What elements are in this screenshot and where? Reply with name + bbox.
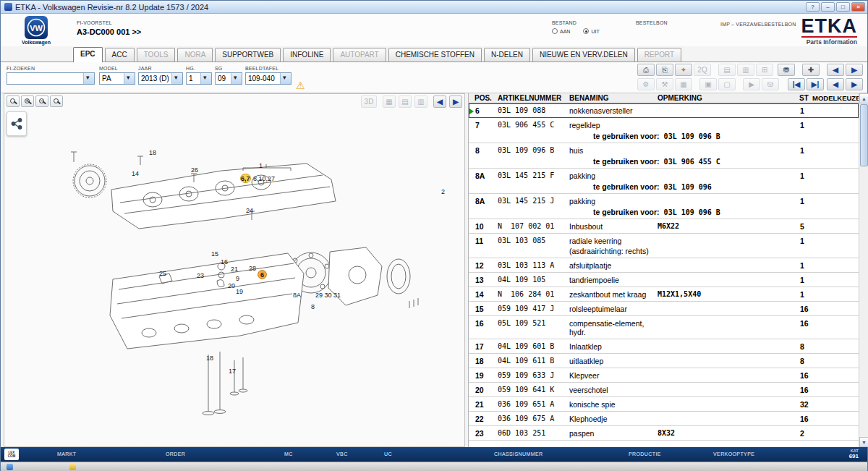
tab-nieuwe-en-verv-delen[interactable]: NIEUWE EN VERV.DELEN [532, 48, 635, 61]
st-cell: 1 [798, 121, 811, 130]
artikelnummer-cell: 06D 103 251 [496, 429, 568, 438]
column-header-opmerking: OPMERKING [656, 93, 798, 103]
beeldtafel-combobox[interactable]: 109-040 [245, 72, 292, 85]
table-row[interactable]: 1304L 109 105tandriempoelie1 [469, 273, 859, 287]
title-bar[interactable]: ETKA - Volkswagen Revisie-nr 8.2 Update … [1, 1, 867, 14]
collapse-left-icon[interactable]: ◀ [433, 96, 446, 108]
diagram-callout-6-7[interactable]: 6,7 [240, 174, 251, 183]
pin-icon[interactable]: ✚ [802, 64, 820, 76]
nav-first-icon[interactable]: |◀ [788, 78, 805, 90]
etka-flyer-icon[interactable]: ✦ [675, 64, 692, 76]
tab-supportweb[interactable]: SUPPORTWEB [215, 48, 281, 61]
table-scrollbar[interactable]: ▲ ▼ [859, 93, 868, 447]
sg-combobox[interactable]: 09 [215, 72, 242, 85]
print-preview-icon[interactable]: ⎘ [656, 64, 673, 76]
table-row[interactable]: 1804L 109 611 Buitlaatklep8 [469, 354, 859, 368]
print-icon[interactable]: ⎙ [637, 64, 655, 76]
model-combobox[interactable]: PA [99, 72, 135, 85]
radio-off-icon [552, 28, 558, 34]
etka-logo-subtext: Parts Information [801, 38, 858, 46]
zoom-out-icon[interactable]: − [35, 96, 48, 107]
minimize-button[interactable]: – [821, 2, 835, 12]
table-row[interactable]: 1704L 109 601 BInlaatklep8 [469, 339, 859, 354]
view-3d-button[interactable]: 3D [361, 96, 377, 108]
tab-nora: NORA [177, 48, 213, 61]
modelkeuze-cell [811, 222, 859, 231]
table-row[interactable]: 703L 906 455 Cregelklep1te gebruiken voo… [469, 118, 859, 143]
nav-last-icon[interactable]: ▶| [807, 78, 824, 90]
table-row[interactable]: 1203L 103 113 Aafsluitplaatje1 [469, 258, 859, 273]
scrollbar-thumb[interactable] [860, 104, 868, 166]
chevron-down-icon[interactable] [83, 73, 94, 84]
cart-small-icon: ⛁ [762, 78, 779, 90]
table-row[interactable]: 803L 109 096 Bhuis1te gebruiken voor:03L… [469, 143, 859, 169]
zoom-fit-icon[interactable] [50, 96, 63, 107]
close-button[interactable]: × [851, 2, 865, 12]
opmerking-cell [656, 305, 798, 313]
chevron-down-icon[interactable] [171, 73, 182, 84]
page-back-icon[interactable]: ◀ [827, 64, 844, 76]
table-row[interactable]: 603L 109 088nokkenasversteller1 [469, 103, 859, 118]
table-row[interactable]: 1103L 103 085radiale keerring1(asdraairi… [469, 234, 859, 258]
table-row[interactable]: 21036 109 651 Akonische spie32 [469, 397, 859, 412]
chevron-down-icon[interactable] [231, 73, 242, 84]
table-row[interactable]: 15059 109 417 Jrolsleeptuimelaar16 [469, 302, 859, 316]
tab-n-delen[interactable]: N-DELEN [484, 48, 530, 61]
table-row[interactable]: 8A03L 145 215 Fpakking1te gebruiken voor… [469, 169, 859, 194]
header: VW Volkswagen FI-VOORSTEL A3-DC000 001 >… [1, 14, 867, 46]
jaar-combobox[interactable]: 2013 (D) [138, 72, 183, 85]
page-forward-icon[interactable]: ▶ [846, 64, 863, 76]
hg-combobox[interactable]: 1 [186, 72, 212, 85]
fi-voorstel-value[interactable]: A3-DC000 001 >> [77, 27, 141, 36]
tab-autopart: AUTOPART [333, 48, 386, 61]
table-row[interactable]: 19059 109 633 JKlepveer16 [469, 368, 859, 383]
st-cell: 1 [798, 276, 811, 284]
diagram-callout-6[interactable]: 6 [258, 270, 267, 279]
scroll-down-icon[interactable]: ▼ [859, 437, 868, 447]
table-row[interactable]: 20059 109 641 Kveerschotel16 [469, 383, 859, 397]
tab-epc[interactable]: EPC [73, 47, 103, 62]
taskbar-icon[interactable] [69, 464, 76, 470]
bestand-uit-radio[interactable]: UIT [583, 28, 599, 34]
usage-note-value: 03L 109 096 B [664, 132, 720, 140]
taskbar-icon[interactable] [7, 464, 13, 470]
bestelbon-label: BESTELBON [636, 20, 668, 25]
zoom-toolbar: +− [7, 96, 63, 107]
chevron-down-icon[interactable] [124, 73, 135, 84]
tab-report: REPORT [637, 48, 682, 61]
layers-icon: ▥ [414, 96, 427, 108]
cart-icon[interactable]: ⛃ [778, 64, 795, 76]
table-row[interactable]: 2306D 103 251paspen8X322 [469, 426, 859, 441]
artikelnummer-cell: 03L 109 088 [496, 106, 568, 115]
modelkeuze-cell [811, 106, 859, 115]
share-button[interactable] [7, 111, 27, 136]
tools-icon: ⚒ [656, 78, 673, 90]
table-row[interactable]: 14N 106 284 01zeskantbout met kraagM12X1… [469, 287, 859, 302]
help-button[interactable]: ? [806, 2, 820, 12]
pos-cell: 17 [469, 342, 496, 351]
pos-cell: 19 [469, 371, 496, 380]
artikelnummer-cell: 05L 109 521 [496, 319, 568, 336]
chevron-down-icon[interactable] [200, 73, 211, 84]
bestand-aan-radio[interactable]: AAN [552, 28, 570, 34]
maximize-button[interactable]: □ [836, 2, 850, 12]
nav-next-icon[interactable]: ▶ [846, 78, 863, 90]
tab-infoline[interactable]: INFOLINE [283, 48, 331, 61]
st-cell: 16 [798, 371, 811, 380]
nav-prev-icon[interactable]: ◀ [827, 78, 844, 90]
expand-right-icon[interactable]: ▶ [449, 96, 462, 108]
scroll-up-icon[interactable]: ▲ [859, 93, 868, 103]
table-row[interactable]: 8A03L 145 215 Jpakking1te gebruiken voor… [469, 194, 859, 219]
modelkeuze-cell [811, 342, 859, 351]
zoom-in-icon[interactable]: + [21, 96, 34, 107]
pos-cell: 7 [469, 121, 496, 130]
tab-chemische-stoffen[interactable]: CHEMISCHE STOFFEN [388, 48, 482, 61]
table-row[interactable]: 22036 109 675 AKlephoedje16 [469, 412, 859, 426]
table-row[interactable]: 1605L 109 521compensatie-element, hydr.1… [469, 316, 859, 339]
zoom-window-icon[interactable] [7, 96, 20, 107]
fi-zoeken-combobox[interactable] [7, 72, 95, 85]
chevron-down-icon[interactable] [280, 73, 291, 84]
tab-acc[interactable]: ACC [105, 48, 135, 61]
vw-logo-icon: VW [25, 16, 48, 39]
table-row[interactable]: 10N 107 002 01InbusboutM6X225 [469, 219, 859, 234]
